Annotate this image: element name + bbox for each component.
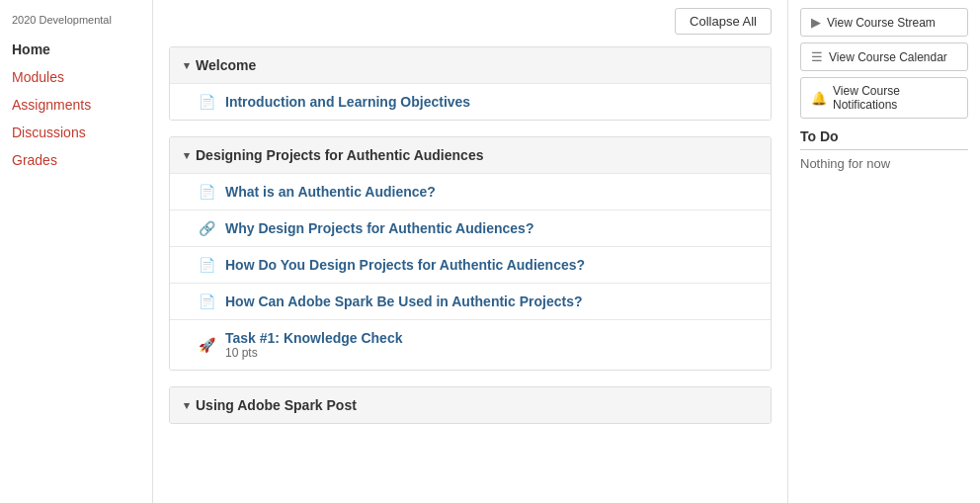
todo-empty: Nothing for now (800, 156, 968, 171)
module-item: 📄Introduction and Learning Objectives (170, 83, 771, 120)
calendar-label: View Course Calendar (829, 50, 947, 64)
item-title-link[interactable]: How Do You Design Projects for Authentic… (225, 257, 585, 273)
module-title: Designing Projects for Authentic Audienc… (196, 147, 483, 163)
item-pts: 10 pts (225, 346, 402, 360)
doc-icon: 📄 (198, 293, 215, 309)
right-sidebar: ▶View Course Stream☰View Course Calendar… (787, 0, 980, 503)
right-buttons: ▶View Course Stream☰View Course Calendar… (800, 8, 968, 119)
collapse-all-button[interactable]: Collapse All (675, 8, 772, 35)
doc-icon: 📄 (198, 184, 215, 200)
module-section-welcome: ▾Welcome📄Introduction and Learning Objec… (169, 46, 772, 121)
module-item: 📄How Do You Design Projects for Authenti… (170, 246, 771, 283)
item-title-link[interactable]: What is an Authentic Audience? (225, 184, 436, 200)
doc-icon: 📄 (198, 94, 215, 110)
todo-section: To Do Nothing for now (800, 128, 968, 171)
module-header-welcome[interactable]: ▾Welcome (170, 47, 771, 83)
item-title-link[interactable]: How Can Adobe Spark Be Used in Authentic… (225, 293, 582, 309)
sidebar-item-assignments[interactable]: Assignments (0, 91, 152, 119)
sidebar: 2020 Developmental HomeModulesAssignment… (0, 0, 153, 503)
module-item: 🔗Why Design Projects for Authentic Audie… (170, 210, 771, 246)
todo-title: To Do (800, 128, 968, 150)
sidebar-nav: HomeModulesAssignmentsDiscussionsGrades (0, 36, 152, 174)
course-label: 2020 Developmental (0, 8, 152, 36)
stream-label: View Course Stream (827, 16, 936, 30)
module-item: 📄How Can Adobe Spark Be Used in Authenti… (170, 283, 771, 319)
link-icon: 🔗 (198, 220, 215, 236)
sidebar-item-grades[interactable]: Grades (0, 146, 152, 174)
module-title: Welcome (196, 57, 256, 73)
module-section-using_adobe: ▾Using Adobe Spark Post (169, 386, 772, 424)
item-title-link[interactable]: Introduction and Learning Objectives (225, 94, 470, 110)
module-section-designing: ▾Designing Projects for Authentic Audien… (169, 136, 772, 371)
doc-icon: 📄 (198, 257, 215, 273)
calendar-icon: ☰ (811, 49, 823, 64)
item-title-link[interactable]: Task #1: Knowledge Check (225, 330, 402, 346)
sidebar-item-home[interactable]: Home (0, 36, 152, 63)
right-btn-stream[interactable]: ▶View Course Stream (800, 8, 968, 37)
modules-container: ▾Welcome📄Introduction and Learning Objec… (169, 46, 772, 424)
sidebar-item-modules[interactable]: Modules (0, 63, 152, 91)
module-arrow-icon: ▾ (184, 59, 190, 72)
rocket-icon: 🚀 (198, 337, 215, 353)
right-btn-calendar[interactable]: ☰View Course Calendar (800, 42, 968, 71)
module-item: 🚀Task #1: Knowledge Check10 pts (170, 319, 771, 370)
module-arrow-icon: ▾ (184, 399, 190, 412)
module-title: Using Adobe Spark Post (196, 397, 357, 413)
top-bar: Collapse All (169, 8, 772, 35)
module-header-using_adobe[interactable]: ▾Using Adobe Spark Post (170, 387, 771, 423)
notifications-label: View Course Notifications (833, 84, 957, 112)
notifications-icon: 🔔 (811, 91, 827, 106)
module-header-designing[interactable]: ▾Designing Projects for Authentic Audien… (170, 137, 771, 173)
stream-icon: ▶ (811, 15, 821, 30)
item-title-link[interactable]: Why Design Projects for Authentic Audien… (225, 220, 533, 236)
right-btn-notifications[interactable]: 🔔View Course Notifications (800, 77, 968, 119)
main-content: Collapse All ▾Welcome📄Introduction and L… (153, 0, 787, 503)
module-arrow-icon: ▾ (184, 149, 190, 162)
module-item: 📄What is an Authentic Audience? (170, 173, 771, 210)
sidebar-item-discussions[interactable]: Discussions (0, 119, 152, 146)
